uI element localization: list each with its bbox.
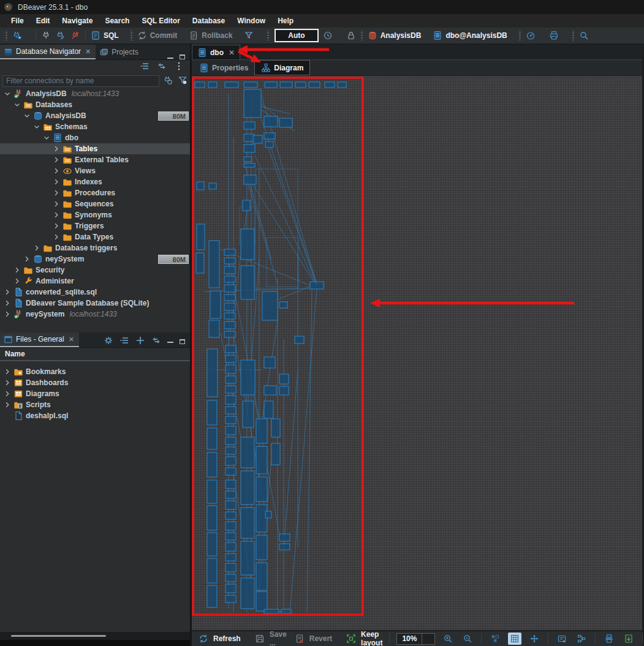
menu-help[interactable]: Help [271, 15, 300, 27]
chevron-right-icon[interactable] [53, 200, 60, 208]
horizontal-scrollbar[interactable] [0, 632, 190, 640]
grid-toggle-icon[interactable] [506, 631, 524, 646]
keep-layout-icon[interactable]: Keep layout [342, 629, 385, 646]
menu-sql-editor[interactable]: SQL Editor [135, 15, 186, 27]
chevron-right-icon[interactable] [53, 222, 60, 230]
commit-icon[interactable] [135, 29, 149, 42]
refresh-icon[interactable]: Refresh [194, 631, 243, 646]
sql-editor-icon[interactable] [89, 29, 102, 42]
chevron-right-icon[interactable] [13, 277, 21, 285]
chevron-right-icon[interactable] [23, 255, 31, 263]
history-icon[interactable] [321, 29, 335, 42]
chevron-right-icon[interactable] [33, 244, 40, 252]
tree-item-neysystem[interactable]: neySystemlocalhost:1433 [0, 309, 190, 320]
arrange-icon[interactable] [488, 633, 502, 645]
files-item-scripts[interactable]: Scripts [0, 399, 190, 410]
tree-item-synonyms[interactable]: Synonyms [0, 209, 190, 220]
toolbar-label-rollback[interactable]: Rollback [202, 31, 232, 40]
maximize-icon[interactable] [180, 54, 185, 59]
gear-icon[interactable] [104, 336, 113, 347]
printer-icon[interactable] [547, 29, 561, 42]
tab-dbo-editor[interactable]: dbo ✕ [192, 45, 240, 59]
link-editor-icon[interactable] [157, 61, 167, 73]
filter-funnel-icon[interactable] [178, 75, 188, 87]
tree-item-analysisdb[interactable]: AnalysisDB80M [0, 110, 190, 121]
close-icon[interactable]: ✕ [85, 48, 91, 56]
chevron-right-icon[interactable] [53, 211, 60, 219]
scrollbar-thumb[interactable] [11, 635, 106, 637]
subtab-properties[interactable]: Properties [193, 60, 254, 75]
tree-item-databases[interactable]: Databases [0, 99, 190, 110]
chevron-right-icon[interactable] [4, 288, 11, 296]
plug-icon[interactable] [39, 29, 53, 42]
chevron-right-icon[interactable] [4, 401, 11, 408]
filter-connections-input[interactable] [2, 75, 159, 87]
fit-window-icon[interactable] [525, 631, 544, 646]
files-item-bookmarks[interactable]: Bookmarks [0, 366, 190, 377]
files-item-dashboards[interactable]: Dashboards [0, 377, 190, 388]
tree-item-neysystem[interactable]: neySystem80M [0, 254, 190, 265]
tree-item-sequences[interactable]: Sequences [0, 198, 190, 209]
plug-edit-icon[interactable] [54, 29, 67, 42]
toolbar-label-commit[interactable]: Commit [150, 31, 178, 40]
refresh-icon[interactable] [197, 633, 210, 645]
tree-item-converted-sqlite-sql[interactable]: converted_sqlite.sql [0, 287, 190, 298]
rollback-icon[interactable] [187, 29, 200, 42]
zoom-level-combo[interactable]: 10% [396, 633, 435, 645]
save-image-icon[interactable] [622, 633, 635, 645]
save-icon[interactable]: Save ... [251, 629, 289, 646]
chevron-right-icon[interactable] [4, 390, 11, 397]
files-column-header[interactable]: Name [0, 348, 190, 361]
save-icon[interactable] [253, 633, 267, 645]
revert-icon[interactable]: Revert [290, 631, 335, 646]
subtab-diagram[interactable]: Diagram [254, 60, 310, 75]
link-editor-icon[interactable] [151, 336, 161, 347]
tree-item-indexes[interactable]: Indexes [0, 176, 190, 187]
zoom-in-icon[interactable] [441, 633, 455, 645]
grid-toggle-icon[interactable] [508, 633, 521, 645]
zoom-out-icon[interactable] [458, 631, 477, 646]
search-icon[interactable] [577, 29, 591, 42]
chevron-right-icon[interactable] [53, 156, 60, 163]
tree-item-dbeaver-sample-database-sqlite-[interactable]: DBeaver Sample Database (SQLite) [0, 298, 190, 309]
layout-hierarchy-icon[interactable] [575, 633, 588, 645]
menu-window[interactable]: Window [231, 15, 271, 27]
close-icon[interactable]: ✕ [229, 48, 235, 57]
auto-commit-mode[interactable]: Auto [275, 29, 318, 42]
menu-edit[interactable]: Edit [30, 15, 56, 27]
menu-dots-icon[interactable] [174, 61, 184, 73]
tree-item-views[interactable]: Views [0, 165, 190, 176]
toolbar-label-analysisdb[interactable]: AnalysisDB [381, 31, 422, 40]
collapse-all-icon[interactable] [140, 61, 150, 73]
zoom-in-icon[interactable] [439, 631, 457, 646]
chevron-right-icon[interactable] [4, 299, 11, 307]
toolbar-label-sql[interactable]: SQL [104, 31, 119, 40]
menu-database[interactable]: Database [186, 15, 231, 27]
tree-item-schemas[interactable]: Schemas [0, 121, 190, 132]
tab-files-general[interactable]: Files - General ✕ [0, 332, 79, 347]
chevron-down-icon[interactable] [43, 134, 50, 141]
toolbar-drag-handle[interactable] [572, 31, 575, 40]
fit-window-icon[interactable] [528, 633, 541, 645]
save-image-icon[interactable] [619, 631, 638, 646]
keep-layout-icon[interactable] [344, 633, 358, 645]
chevron-down-icon[interactable] [4, 90, 11, 97]
add-diagram-icon[interactable] [553, 631, 571, 646]
revert-icon[interactable] [293, 633, 306, 645]
chevron-right-icon[interactable] [4, 368, 11, 375]
tab-projects[interactable]: Projects [96, 45, 143, 59]
connection-settings-icon[interactable] [163, 75, 173, 87]
chevron-down-icon[interactable] [33, 123, 40, 130]
lock-icon[interactable] [344, 29, 358, 42]
menu-file[interactable]: File [5, 15, 30, 27]
chevron-right-icon[interactable] [53, 145, 60, 152]
chevron-right-icon[interactable] [4, 379, 11, 386]
tree-item-database-triggers[interactable]: Database triggers [0, 242, 190, 254]
plug-disconnect-icon[interactable] [69, 29, 82, 42]
toolbar-drag-handle[interactable] [130, 31, 133, 40]
print-diagram-icon[interactable] [600, 631, 618, 646]
chevron-right-icon[interactable] [4, 310, 11, 318]
chevron-right-icon[interactable] [53, 189, 60, 197]
schema-doc-icon[interactable] [431, 29, 444, 42]
diagram-canvas[interactable] [192, 76, 642, 630]
